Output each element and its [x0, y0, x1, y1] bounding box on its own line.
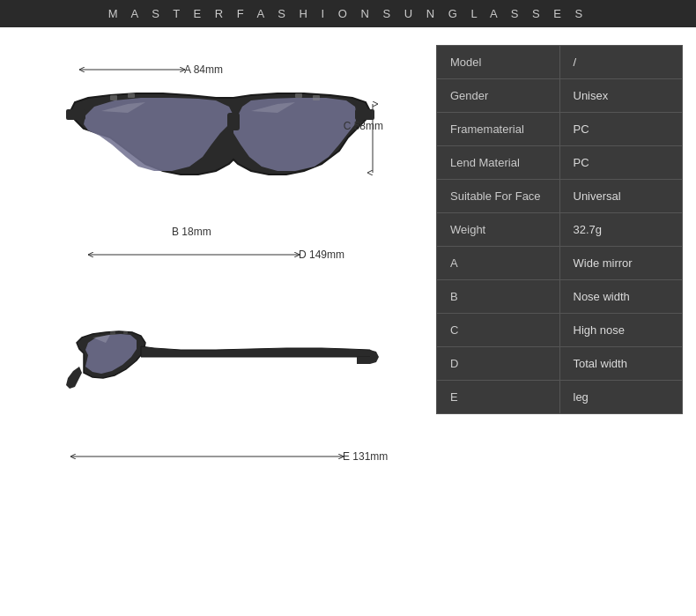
dimension-c-label: C 58mm	[344, 120, 383, 132]
dimension-e-container: E 131mm	[66, 449, 388, 464]
spec-value: /	[559, 46, 683, 79]
spec-label: Weight	[437, 213, 560, 247]
dimension-e-arrow	[66, 449, 348, 464]
spec-label: Suitable For Face	[437, 180, 560, 213]
svg-rect-6	[295, 93, 302, 98]
svg-rect-7	[313, 95, 320, 100]
right-panel: Model / Gender Unisex Framematerial PC L…	[432, 36, 687, 604]
spec-label: A	[437, 247, 560, 280]
spec-row: B Nose width	[437, 280, 683, 314]
spec-label: B	[437, 280, 560, 314]
spec-row: C High nose	[437, 314, 683, 347]
spec-row: D Total width	[437, 347, 683, 381]
dim-e-text: E 131mm	[343, 450, 388, 463]
spec-value: Nose width	[559, 280, 683, 314]
spec-row: A Wide mirror	[437, 247, 683, 280]
spec-row: Lend Material PC	[437, 146, 683, 180]
dim-a-text: A 84mm	[184, 63, 223, 76]
spec-label: Lend Material	[437, 146, 560, 180]
main-content: A 84mm	[0, 27, 696, 612]
spec-label: Model	[437, 46, 560, 79]
spec-value: Total width	[559, 347, 683, 381]
glasses-side-section: E 131mm	[18, 301, 423, 477]
spec-label: Gender	[437, 79, 560, 113]
svg-rect-4	[110, 95, 117, 100]
spec-value: Wide mirror	[559, 247, 683, 280]
spec-value: 32.7g	[559, 213, 683, 247]
dimension-a-label: A 84mm	[75, 63, 223, 77]
dimension-d-container: D 149mm	[84, 248, 344, 262]
spec-label: D	[437, 347, 560, 381]
svg-rect-5	[128, 93, 135, 98]
spec-row: Suitable For Face Universal	[437, 180, 683, 213]
glasses-side-view	[57, 318, 383, 442]
svg-rect-1	[227, 113, 240, 130]
spec-label: C	[437, 314, 560, 347]
spec-value: Unisex	[559, 79, 683, 113]
specs-table: Model / Gender Unisex Framematerial PC L…	[436, 45, 683, 414]
dimension-b-label: B 18mm	[172, 226, 211, 238]
brand-title: M A S T E R F A S H I O N S U N G L A S …	[108, 7, 588, 20]
spec-row: Gender Unisex	[437, 79, 683, 113]
svg-rect-2	[66, 109, 85, 120]
spec-value: PC	[559, 113, 683, 146]
svg-rect-3	[355, 109, 374, 120]
left-panel: A 84mm	[9, 36, 432, 604]
spec-row: Model /	[437, 46, 683, 79]
spec-label: Framematerial	[437, 113, 560, 146]
spec-value: leg	[559, 381, 683, 414]
spec-row: E leg	[437, 381, 683, 414]
glasses-front-section: A 84mm	[18, 45, 423, 292]
spec-row: Weight 32.7g	[437, 213, 683, 247]
spec-value: Universal	[559, 180, 683, 213]
dimension-d-arrow	[84, 248, 304, 262]
dimension-a-arrow	[75, 63, 189, 77]
dim-d-text: D 149mm	[299, 249, 344, 261]
svg-rect-10	[110, 331, 115, 335]
spec-value: High nose	[559, 314, 683, 347]
svg-rect-11	[123, 331, 128, 334]
spec-value: PC	[559, 146, 683, 180]
spec-label: E	[437, 381, 560, 414]
page-header: M A S T E R F A S H I O N S U N G L A S …	[0, 0, 696, 27]
spec-row: Framematerial PC	[437, 113, 683, 146]
